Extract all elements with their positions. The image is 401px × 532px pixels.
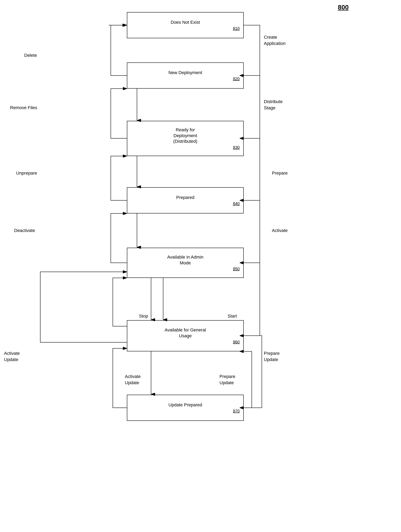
label-activate-update-inner: ActivateUpdate [125, 374, 140, 386]
label-prepare: Prepare [272, 170, 288, 176]
label-create-application: CreateApplication [264, 34, 286, 47]
state-ready-for-deployment: Ready forDeployment(Distributed) 830 [127, 121, 244, 156]
label-prepare-update-right: PrepareUpdate [264, 350, 280, 363]
diagram-container: 800 Does Not Exist 810 New Deployment 82… [0, 0, 401, 532]
state-available-general: Available for GeneralUsage 860 [127, 320, 244, 351]
label-start: Start [228, 313, 237, 319]
label-prepare-update-inner: PrepareUpdate [220, 374, 235, 386]
state-available-admin: Available in AdminMode 850 [127, 248, 244, 278]
label-remove-files: Remove Files [10, 105, 37, 111]
label-stop: Stop [139, 313, 148, 319]
diagram-title: 800 [338, 4, 349, 11]
state-prepared: Prepared 840 [127, 187, 244, 213]
label-distribute-stage: DistributeStage [264, 99, 283, 111]
label-activate: Activate [272, 228, 288, 234]
label-deactivate: Deactivate [14, 228, 35, 234]
label-unprepare: Unprepare [16, 170, 37, 176]
state-update-prepared: Update Prepared 870 [127, 395, 244, 421]
state-new-deployment: New Deployment 820 [127, 63, 244, 89]
label-delete: Delete [24, 52, 37, 59]
label-activate-update-left: ActivateUpdate [4, 350, 20, 363]
state-does-not-exist: Does Not Exist 810 [127, 12, 244, 38]
